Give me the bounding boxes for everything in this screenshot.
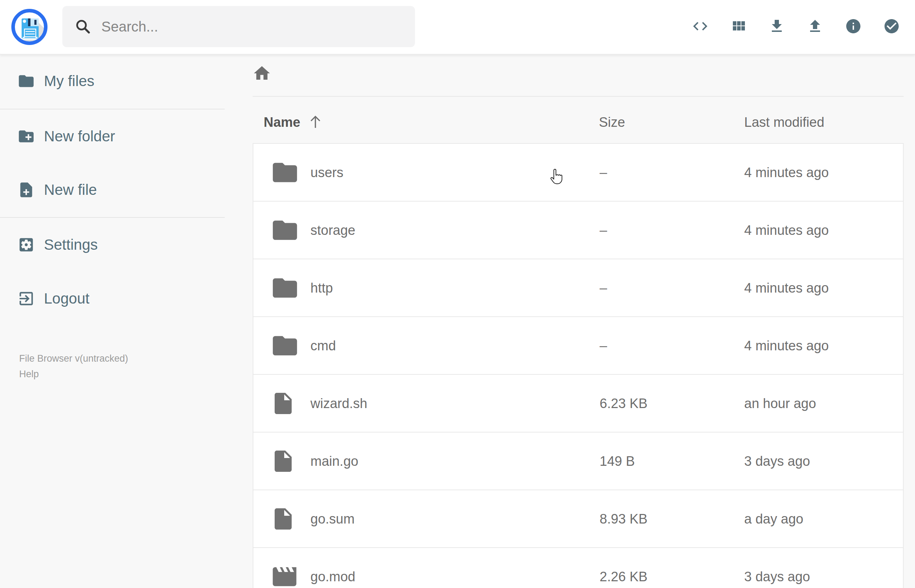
table-row[interactable]: cmd – 4 minutes ago (253, 317, 903, 375)
file-size: – (600, 280, 607, 296)
file-modified: a day ago (744, 511, 803, 527)
sidebar-item-label: New folder (44, 128, 115, 145)
table-row[interactable]: wizard.sh 6.23 KB an hour ago (253, 375, 903, 433)
table-row[interactable]: go.mod 2.26 KB 3 days ago (253, 548, 903, 588)
version-link[interactable]: File Browser v(untracked) (19, 351, 128, 366)
sidebar-credits: File Browser v(untracked) Help (19, 351, 128, 382)
file-name: storage (310, 223, 356, 237)
switch-view-button[interactable] (730, 18, 747, 35)
breadcrumb-divider (253, 96, 904, 97)
folder-icon (17, 72, 35, 90)
sidebar-item-settings[interactable]: Settings (17, 236, 98, 254)
sidebar-item-logout[interactable]: Logout (17, 289, 89, 308)
file-name: http (310, 280, 333, 296)
file-name: main.go (310, 453, 358, 468)
home-icon (252, 64, 272, 83)
file-icon (270, 506, 296, 531)
movie-icon (270, 562, 299, 588)
download-button[interactable] (768, 18, 785, 35)
file-size: 2.26 KB (600, 569, 647, 584)
sidebar-divider (0, 217, 225, 218)
column-header-modified[interactable]: Last modified (744, 114, 824, 130)
sidebar-divider (0, 109, 225, 110)
file-size: 149 B (600, 453, 635, 468)
file-modified: 3 days ago (744, 453, 810, 468)
column-header-size[interactable]: Size (599, 114, 625, 130)
sidebar-item-my-files[interactable]: My files (17, 72, 94, 90)
search-icon (74, 18, 91, 35)
file-name: wizard.sh (310, 396, 367, 411)
file-icon (270, 391, 296, 416)
grid-view-icon (730, 18, 747, 35)
breadcrumb-home-button[interactable] (252, 64, 272, 83)
table-row[interactable]: storage – 4 minutes ago (253, 202, 903, 259)
upload-button[interactable] (807, 18, 824, 35)
file-icon (270, 448, 296, 474)
file-size: – (600, 338, 607, 353)
file-modified: 4 minutes ago (744, 165, 829, 180)
settings-icon (17, 236, 35, 254)
sidebar-item-label: Logout (44, 290, 89, 307)
file-modified: 4 minutes ago (744, 280, 829, 296)
search-placeholder: Search... (101, 19, 158, 35)
info-button[interactable] (845, 18, 862, 35)
file-modified: an hour ago (744, 396, 816, 411)
top-bar: Search... (0, 0, 915, 55)
sidebar-item-label: My files (44, 73, 94, 90)
code-icon (692, 18, 709, 35)
check-circle-icon (883, 18, 900, 35)
table-row[interactable]: go.sum 8.93 KB a day ago (253, 490, 903, 548)
logout-icon (17, 290, 35, 307)
search-input[interactable]: Search... (62, 6, 415, 47)
folder-icon (270, 273, 299, 302)
table-row[interactable]: users – 4 minutes ago (253, 144, 903, 202)
file-modified: 4 minutes ago (744, 223, 829, 237)
file-modified: 4 minutes ago (744, 338, 829, 353)
file-name: users (310, 165, 343, 180)
file-size: 6.23 KB (600, 396, 647, 411)
select-multiple-button[interactable] (883, 18, 900, 35)
help-link[interactable]: Help (19, 366, 128, 382)
new-file-icon (17, 181, 35, 199)
filebrowser-logo[interactable] (11, 8, 48, 45)
file-modified: 3 days ago (744, 569, 810, 584)
file-size: – (600, 223, 607, 237)
file-size: – (600, 165, 607, 180)
folder-icon (270, 331, 299, 360)
upload-icon (807, 18, 824, 35)
table-row[interactable]: main.go 149 B 3 days ago (253, 433, 903, 490)
table-row[interactable]: http – 4 minutes ago (253, 259, 903, 317)
sidebar-item-label: Settings (44, 236, 98, 253)
sidebar-item-new-folder[interactable]: New folder (17, 127, 115, 145)
shell-button[interactable] (692, 18, 709, 35)
info-icon (845, 18, 862, 35)
file-name: go.mod (310, 569, 356, 584)
folder-icon (270, 158, 299, 187)
download-icon (768, 18, 785, 35)
sidebar-item-label: New file (44, 181, 97, 199)
file-size: 8.93 KB (600, 511, 647, 527)
file-name: cmd (310, 338, 336, 353)
file-listing: users – 4 minutes ago storage – 4 minute… (253, 143, 904, 588)
filebrowser-app: My files New folder New file Settings Lo… (0, 0, 915, 588)
header-actions (692, 18, 900, 35)
new-folder-icon (17, 128, 35, 145)
column-header-name[interactable]: Name (264, 114, 301, 130)
sort-ascending-icon[interactable] (307, 113, 324, 130)
file-name: go.sum (310, 511, 355, 527)
sidebar-item-new-file[interactable]: New file (17, 181, 97, 199)
folder-icon (270, 216, 299, 245)
